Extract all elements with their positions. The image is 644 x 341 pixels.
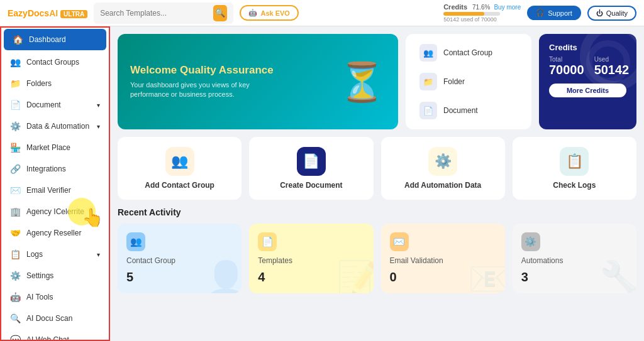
action-cards-row: 👥 Add Contact Group 📄 Create Document ⚙️… xyxy=(118,137,636,200)
sidebar-item-agency-reseller[interactable]: 🤝 Agency Reseller xyxy=(1,222,109,244)
sidebar-item-ai-tools[interactable]: 🤖 AI Tools xyxy=(1,286,109,308)
sidebar-item-ai-web-chat[interactable]: 💬 AI Web Chat xyxy=(1,329,109,341)
sidebar-item-dashboard[interactable]: 🏠 Dashboard xyxy=(4,29,106,50)
recent-card-templates[interactable]: 📄 Templates 4 📝 xyxy=(249,224,373,293)
sidebar-item-contact-groups[interactable]: 👥 Contact Groups xyxy=(1,51,109,73)
recent-watermark-email: 📧 xyxy=(468,259,505,293)
welcome-illustration: ⏳ xyxy=(338,60,386,104)
marketplace-icon: 🏪 xyxy=(10,143,21,153)
welcome-banner: Welcome Quality Assurance Your dashboard… xyxy=(118,34,398,129)
main-content: Welcome Quality Assurance Your dashboard… xyxy=(110,26,644,341)
quick-access-panel: 👥 Contact Group 📁 Folder 📄 Document xyxy=(406,34,531,129)
credits-area: Credits 71.6% Buy more 50142 used of 700… xyxy=(438,3,521,23)
action-card-add-automation-data[interactable]: ⚙️ Add Automation Data xyxy=(381,137,505,200)
credits-total: Total 70000 xyxy=(549,56,584,77)
sidebar-item-logs[interactable]: 📋 Logs ▾ xyxy=(1,244,109,265)
docu-scan-icon: 🔍 xyxy=(10,313,21,323)
chevron-down-icon: ▾ xyxy=(97,102,100,109)
welcome-text: Welcome Quality Assurance Your dashboard… xyxy=(130,64,274,100)
action-card-create-document[interactable]: 📄 Create Document xyxy=(249,137,373,200)
settings-icon: ⚙️ xyxy=(10,271,21,281)
logs-icon: 📋 xyxy=(10,249,21,259)
logo-brand: EazyDocs xyxy=(8,8,49,18)
action-card-add-contact-group[interactable]: 👥 Add Contact Group xyxy=(118,137,242,200)
layout: 🏠 Dashboard 👥 Contact Groups 📁 Folders 📄… xyxy=(0,26,644,341)
chevron-down-icon: ▾ xyxy=(97,123,100,130)
sidebar-item-data-automation[interactable]: ⚙️ Data & Automation ▾ xyxy=(1,116,109,137)
quick-item-folder[interactable]: 📁 Folder xyxy=(416,70,521,93)
automation-icon: ⚙️ xyxy=(10,121,21,131)
recent-card-contact-group[interactable]: 👥 Contact Group 5 👤 xyxy=(118,224,242,293)
add-contact-group-icon: 👥 xyxy=(165,147,194,176)
ask-evo-button[interactable]: 🤖 Ask EVO xyxy=(240,5,298,21)
recent-templates-icon: 📄 xyxy=(258,232,277,251)
add-automation-icon: ⚙️ xyxy=(428,147,457,176)
credits-progress-bar xyxy=(443,12,500,16)
ask-evo-icon: 🤖 xyxy=(248,9,257,17)
web-chat-icon: 💬 xyxy=(10,335,21,341)
contacts-icon: 👥 xyxy=(10,57,21,67)
recent-activity-title: Recent Activity xyxy=(118,207,636,217)
recent-cards-row: 👥 Contact Group 5 👤 📄 Templates 4 📝 ✉️ E… xyxy=(118,224,636,293)
ai-tools-icon: 🤖 xyxy=(10,292,21,302)
power-icon: ⏻ xyxy=(596,9,603,17)
recent-watermark-contact: 👤 xyxy=(204,259,242,293)
recent-contact-group-icon: 👥 xyxy=(126,232,145,251)
support-icon: 🎧 xyxy=(536,9,545,17)
recent-watermark-templates: 📝 xyxy=(336,259,374,293)
sidebar-item-document[interactable]: 📄 Document ▾ xyxy=(1,94,109,116)
sidebar-item-ai-docu-scan[interactable]: 🔍 AI Docu Scan xyxy=(1,308,109,329)
recent-card-automations[interactable]: ⚙️ Automations 3 🔧 xyxy=(513,224,636,293)
create-document-icon: 📄 xyxy=(297,147,326,176)
integrations-icon: 🔗 xyxy=(10,164,21,174)
action-card-check-logs[interactable]: 📋 Check Logs xyxy=(513,137,636,200)
topbar: EazyDocsAI ULTRA 🔍 🤖 Ask EVO Credits 71.… xyxy=(0,0,644,26)
credits-card: Credits Total 70000 Used 50142 More Cred… xyxy=(539,34,636,129)
more-credits-button[interactable]: More Credits xyxy=(549,84,626,97)
search-bar: 🔍 xyxy=(94,3,233,24)
recent-email-validation-icon: ✉️ xyxy=(390,232,409,251)
quick-item-document[interactable]: 📄 Document xyxy=(416,99,521,122)
recent-automations-icon: ⚙️ xyxy=(521,232,540,251)
support-button[interactable]: 🎧 Support xyxy=(527,6,581,20)
quick-document-icon: 📄 xyxy=(419,102,437,119)
sidebar: 🏠 Dashboard 👥 Contact Groups 📁 Folders 📄… xyxy=(0,26,110,341)
sidebar-item-email-verifier[interactable]: ✉️ Email Verifier xyxy=(1,180,109,201)
home-icon: 🏠 xyxy=(13,35,23,45)
check-logs-icon: 📋 xyxy=(560,147,589,176)
logo-ultra: ULTRA xyxy=(60,10,87,18)
document-icon: 📄 xyxy=(10,100,21,110)
reseller-icon: 🤝 xyxy=(10,228,21,238)
quick-folder-icon: 📁 xyxy=(419,73,437,90)
sidebar-item-settings[interactable]: ⚙️ Settings xyxy=(1,265,109,286)
welcome-heading: Welcome Quality Assurance xyxy=(130,64,274,77)
recent-activity-section: Recent Activity 👥 Contact Group 5 👤 📄 Te… xyxy=(118,207,636,293)
folders-icon: 📁 xyxy=(10,78,21,89)
quick-contact-group-icon: 👥 xyxy=(419,44,437,62)
credits-title: Credits xyxy=(549,43,626,52)
email-verifier-icon: ✉️ xyxy=(10,185,21,195)
recent-watermark-auto: 🔧 xyxy=(599,259,636,293)
logo-ai: AI xyxy=(49,8,58,18)
search-button[interactable]: 🔍 xyxy=(213,5,227,21)
quick-item-contact-group[interactable]: 👥 Contact Group xyxy=(416,41,521,64)
agency-icon: 🏢 xyxy=(10,207,21,217)
sidebar-item-folders[interactable]: 📁 Folders xyxy=(1,73,109,94)
credits-numbers: Total 70000 Used 50142 xyxy=(549,56,626,77)
sidebar-item-market-place[interactable]: 🏪 Market Place xyxy=(1,137,109,158)
credits-progress-fill xyxy=(443,12,484,16)
sidebar-item-integrations[interactable]: 🔗 Integrations xyxy=(1,158,109,180)
search-input[interactable] xyxy=(100,9,209,18)
chevron-down-icon: ▾ xyxy=(97,251,100,258)
logo: EazyDocsAI ULTRA xyxy=(8,8,87,18)
top-row: Welcome Quality Assurance Your dashboard… xyxy=(118,34,636,129)
quality-button[interactable]: ⏻ Quality xyxy=(587,6,636,21)
recent-card-email-validation[interactable]: ✉️ Email Validation 0 📧 xyxy=(381,224,505,293)
credits-used: Used 50142 xyxy=(594,56,630,77)
credits-info: Credits 71.6% Buy more 50142 used of 700… xyxy=(443,3,521,23)
sidebar-item-agency-icelerrite[interactable]: 🏢 Agency ICelerrite xyxy=(1,201,109,222)
